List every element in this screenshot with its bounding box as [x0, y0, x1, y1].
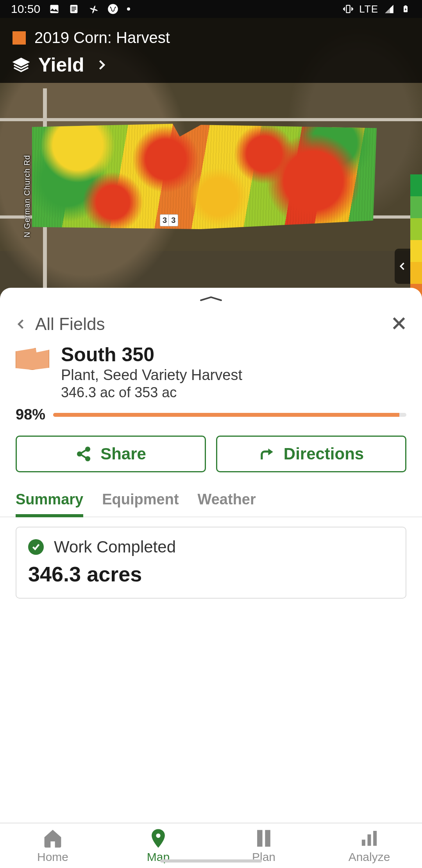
progress-percent: 98%: [16, 406, 45, 423]
share-button[interactable]: Share: [16, 436, 206, 472]
map-header: 2019 Corn: Harvest Yield: [0, 18, 422, 83]
tab-summary[interactable]: Summary: [16, 486, 83, 516]
status-bar: 10:50 LTE: [0, 0, 422, 18]
notes-icon: [68, 4, 79, 14]
check-icon: [28, 539, 44, 555]
share-label: Share: [100, 445, 146, 463]
back-to-all-fields[interactable]: All Fields: [14, 314, 105, 334]
tab-equipment[interactable]: Equipment: [102, 486, 179, 516]
legend-swatch: [410, 196, 422, 218]
progress-bar: [53, 413, 406, 417]
status-dot-icon: [127, 7, 130, 11]
network-type-label: LTE: [359, 3, 378, 15]
analyze-icon: [359, 828, 380, 849]
chevron-right-icon: [95, 58, 109, 72]
legend-swatch: [410, 174, 422, 196]
legend-swatch: [410, 262, 422, 284]
gallery-icon: [49, 4, 60, 14]
home-icon: [42, 828, 63, 849]
season-color-swatch: [13, 31, 26, 45]
signal-icon: [384, 4, 395, 14]
progress-row: 98%: [0, 403, 422, 432]
directions-icon: [259, 446, 275, 462]
pinwheel-icon: [88, 4, 99, 14]
layer-label: Yield: [38, 54, 84, 76]
tab-weather[interactable]: Weather: [198, 486, 256, 516]
field-name: South 350: [61, 343, 242, 366]
map-icon: [148, 828, 169, 849]
directions-button[interactable]: Directions: [216, 436, 406, 472]
field-shape-thumbnail: [16, 348, 49, 370]
nav-label: Home: [37, 850, 68, 864]
legend-collapse-button[interactable]: [395, 249, 410, 284]
legend-swatch: [410, 218, 422, 240]
road-label: N German Church Rd: [23, 155, 32, 237]
svg-rect-5: [405, 5, 407, 6]
sheet-drag-handle[interactable]: [199, 296, 223, 303]
nav-label: Analyze: [349, 850, 390, 864]
directions-label: Directions: [284, 445, 364, 463]
card-status-label: Work Completed: [54, 538, 176, 556]
share-icon: [75, 446, 92, 462]
nav-analyze[interactable]: Analyze: [316, 823, 422, 868]
field-detail-sheet: All Fields South 350 Plant, Seed Variety…: [0, 288, 422, 823]
season-label: 2019 Corn: Harvest: [34, 29, 170, 47]
close-sheet-button[interactable]: [390, 314, 408, 334]
sheet-tabs: SummaryEquipmentWeather: [0, 484, 422, 517]
close-icon: [390, 314, 408, 332]
season-selector[interactable]: 2019 Corn: Harvest: [13, 29, 409, 47]
map-marker[interactable]: 3 3: [161, 214, 178, 226]
field-operations: Plant, Seed Variety Harvest: [61, 367, 242, 384]
status-time: 10:50: [11, 2, 40, 16]
layers-icon: [13, 56, 30, 74]
progress-fill: [53, 413, 399, 417]
legend-swatch: [410, 240, 422, 262]
svg-point-2: [108, 4, 118, 14]
svg-rect-3: [347, 5, 350, 13]
battery-icon: [400, 4, 411, 14]
svg-rect-0: [50, 5, 59, 13]
chevron-left-icon: [14, 317, 28, 331]
field-area: 346.3 ac of 353 ac: [61, 384, 242, 401]
nav-home[interactable]: Home: [0, 823, 106, 868]
plan-icon: [253, 828, 274, 849]
gesture-bar: [160, 859, 262, 863]
layer-selector[interactable]: Yield: [13, 54, 409, 76]
work-completed-card: Work Completed 346.3 acres: [16, 527, 406, 599]
deer-icon: [107, 4, 118, 14]
yield-field-overlay[interactable]: [25, 122, 377, 229]
map-marker-label: 3: [168, 214, 178, 226]
map-road: [0, 118, 422, 121]
card-value: 346.3 acres: [28, 562, 394, 586]
back-label: All Fields: [35, 314, 105, 334]
vibrate-icon: [343, 4, 354, 14]
